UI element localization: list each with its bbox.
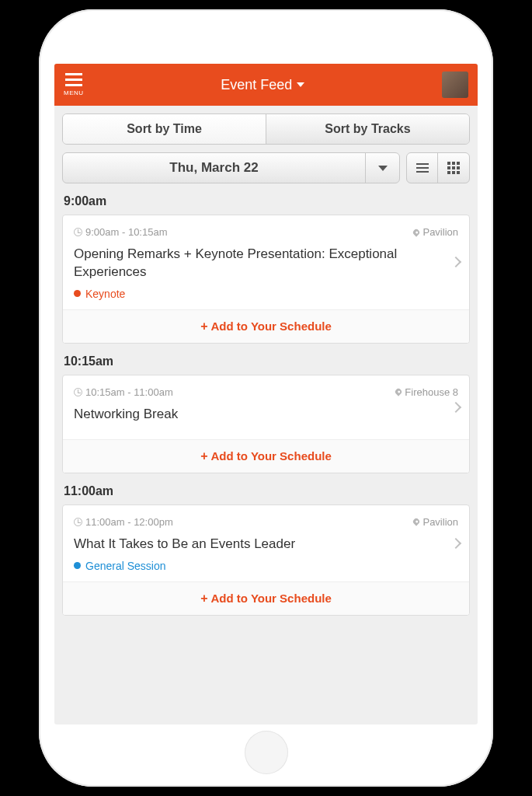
session-card: 10:15am - 11:00amFirehouse 8Networking B…	[62, 375, 470, 473]
home-button[interactable]	[245, 731, 288, 774]
add-to-schedule-button[interactable]: +Add to Your Schedule	[63, 309, 469, 343]
session-card: 9:00am - 10:15amPavilionOpening Remarks …	[62, 215, 470, 344]
time-group-header: 9:00am	[64, 194, 470, 208]
sort-by-time-tab[interactable]: Sort by Time	[63, 114, 266, 144]
list-icon	[416, 163, 429, 173]
date-toolbar: Thu, March 22	[62, 152, 470, 183]
session-time-text: 10:15am - 11:00am	[85, 386, 173, 398]
session-location: Firehouse 8	[395, 386, 458, 398]
session-location-text: Firehouse 8	[405, 386, 458, 398]
clock-icon	[74, 518, 82, 526]
menu-button[interactable]: MENU	[64, 73, 84, 96]
session-title: Networking Break	[74, 406, 458, 424]
date-selector[interactable]: Thu, March 22	[62, 152, 400, 183]
grid-icon	[447, 162, 460, 174]
view-toggle	[406, 152, 470, 183]
plus-icon: +	[200, 319, 207, 333]
hamburger-icon	[65, 73, 82, 86]
session-location-text: Pavilion	[422, 226, 458, 238]
list-view-button[interactable]	[407, 153, 438, 183]
track-dot-icon	[74, 290, 81, 297]
grid-view-button[interactable]	[438, 153, 469, 183]
add-to-schedule-label: Add to Your Schedule	[211, 449, 332, 463]
session-meta-row: 10:15am - 11:00amFirehouse 8	[74, 386, 458, 398]
session-time-text: 9:00am - 10:15am	[85, 226, 168, 238]
session-title: Opening Remarks + Keynote Presentation: …	[74, 246, 458, 281]
phone-screen: MENU Event Feed Sort by Time Sort by Tra…	[54, 64, 478, 724]
clock-icon	[74, 388, 82, 396]
session-time: 10:15am - 11:00am	[74, 386, 173, 398]
header-title-dropdown[interactable]: Event Feed	[221, 77, 304, 93]
session-track: General Session	[74, 560, 458, 572]
header-title: Event Feed	[221, 77, 292, 93]
track-dot-icon	[74, 562, 81, 569]
chevron-down-icon	[378, 166, 388, 171]
plus-icon: +	[200, 592, 207, 606]
add-to-schedule-label: Add to Your Schedule	[211, 319, 332, 333]
session-card-body[interactable]: 11:00am - 12:00pmPavilionWhat It Takes t…	[63, 505, 469, 581]
content-area: Sort by Time Sort by Tracks Thu, March 2…	[54, 106, 478, 724]
chevron-down-icon	[297, 82, 304, 87]
plus-icon: +	[200, 449, 207, 463]
date-label: Thu, March 22	[63, 153, 365, 183]
session-track: Keynote	[74, 288, 458, 300]
track-label: Keynote	[85, 288, 125, 300]
time-group-header: 10:15am	[64, 354, 470, 368]
app-header: MENU Event Feed	[54, 64, 478, 106]
clock-icon	[74, 228, 82, 236]
session-meta-row: 11:00am - 12:00pmPavilion	[74, 516, 458, 528]
session-time: 11:00am - 12:00pm	[74, 516, 173, 528]
add-to-schedule-label: Add to Your Schedule	[211, 592, 332, 605]
pin-icon	[412, 518, 421, 526]
menu-label: MENU	[64, 89, 84, 96]
time-group-header: 11:00am	[64, 484, 470, 498]
session-meta-row: 9:00am - 10:15amPavilion	[74, 226, 458, 238]
pin-icon	[412, 228, 421, 236]
session-card-body[interactable]: 9:00am - 10:15amPavilionOpening Remarks …	[63, 215, 469, 309]
session-location: Pavilion	[413, 226, 458, 238]
add-to-schedule-button[interactable]: +Add to Your Schedule	[63, 581, 469, 615]
session-time: 9:00am - 10:15am	[74, 226, 168, 238]
session-location: Pavilion	[413, 516, 458, 528]
session-location-text: Pavilion	[422, 516, 458, 528]
sort-by-tracks-tab[interactable]: Sort by Tracks	[266, 114, 469, 144]
session-card-body[interactable]: 10:15am - 11:00amFirehouse 8Networking B…	[63, 375, 469, 439]
phone-frame: MENU Event Feed Sort by Time Sort by Tra…	[39, 9, 493, 787]
session-card: 11:00am - 12:00pmPavilionWhat It Takes t…	[62, 504, 470, 616]
track-label: General Session	[85, 560, 166, 572]
date-dropdown-button[interactable]	[365, 153, 399, 183]
session-title: What It Takes to Be an Events Leader	[74, 536, 458, 553]
session-time-text: 11:00am - 12:00pm	[85, 516, 173, 528]
add-to-schedule-button[interactable]: +Add to Your Schedule	[63, 439, 469, 473]
pin-icon	[395, 388, 403, 396]
avatar[interactable]	[442, 72, 468, 98]
sort-segmented-control: Sort by Time Sort by Tracks	[62, 113, 470, 145]
